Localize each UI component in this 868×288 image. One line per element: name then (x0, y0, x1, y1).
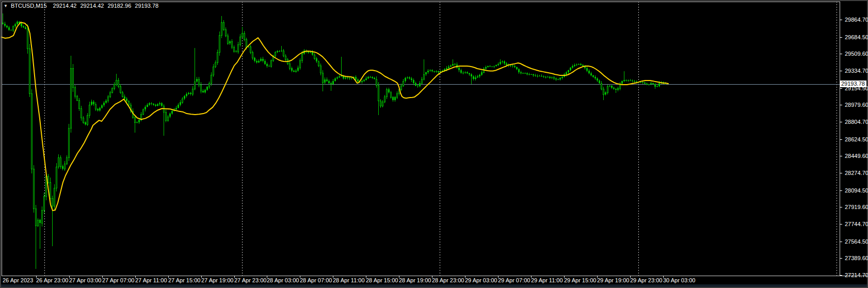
candle-body (299, 60, 300, 68)
candle-body (277, 51, 278, 52)
time-axis-label: 28 Apr 07:00 (300, 277, 332, 283)
candle-body (99, 108, 101, 110)
candle-body (417, 86, 419, 86)
candle-body (246, 39, 247, 47)
candle-body (134, 117, 135, 122)
candle-body (97, 109, 99, 110)
candle-body (151, 103, 152, 104)
candle-body (403, 81, 404, 86)
candle-body (211, 75, 212, 83)
candle-body (582, 65, 584, 66)
candle-body (607, 86, 608, 92)
candle-body (623, 80, 625, 81)
current-price-box: 29193.78 (840, 81, 866, 87)
candle-body (549, 77, 551, 78)
candle-body (56, 167, 57, 188)
candle-body (566, 72, 567, 74)
candle-body (431, 70, 433, 71)
candle-body (590, 73, 592, 75)
candle-body (324, 79, 326, 83)
ohlc-high-value: 29214.42 (81, 3, 104, 9)
candle-body (328, 81, 330, 83)
price-axis-label: 28094.50 (845, 187, 867, 194)
candle-body (17, 22, 18, 24)
ohlc-open-value: 29214.42 (53, 3, 77, 9)
candle-body (308, 52, 309, 53)
candle-body (116, 80, 117, 84)
time-axis-label: 27 Apr 11:00 (135, 277, 167, 283)
candle-body (628, 81, 629, 81)
price-axis-label: 29509.60 (845, 51, 867, 57)
candle-body (330, 83, 332, 84)
candle-body (644, 83, 646, 84)
candle-body (165, 112, 166, 120)
candle-body (200, 85, 201, 91)
candle-body (578, 64, 580, 65)
chart-header: ▼ BTCUSD,M15 29214.42 29214.42 29182.96 … (4, 3, 159, 9)
candle-body (535, 75, 536, 76)
candle-body (448, 67, 449, 68)
candle-body (632, 81, 633, 81)
candle-body (652, 83, 654, 84)
candle-body (656, 86, 658, 87)
price-axis-label: 27744.70 (845, 221, 867, 227)
candle-body (648, 84, 650, 85)
candle-body (291, 68, 293, 71)
candle-body (264, 61, 266, 64)
candle-body (68, 128, 69, 157)
candle-body (217, 52, 218, 62)
time-axis-label: 29 Apr 11:00 (531, 277, 563, 283)
symbol-timeframe-label: BTCUSD,M15 (11, 3, 47, 9)
candle-body (597, 78, 598, 81)
candle-body (83, 118, 84, 122)
candle-body (473, 76, 474, 79)
candle-body (283, 51, 284, 56)
chart-plot-area[interactable] (0, 0, 868, 288)
time-axis-label: 27 Apr 03:00 (69, 277, 101, 283)
candle-body (41, 210, 42, 223)
candle-body (630, 81, 631, 81)
candle-body (275, 52, 276, 56)
candle-body (475, 77, 476, 79)
candle-body (543, 76, 544, 77)
candle-body (650, 83, 652, 84)
candle-body (489, 66, 491, 67)
candle-body (363, 80, 365, 81)
candle-body (636, 82, 637, 82)
candle-body (235, 51, 237, 52)
candle-body (539, 76, 540, 76)
candle-body (72, 68, 73, 87)
candle-body (149, 103, 150, 105)
candle-body (180, 102, 181, 105)
candle-body (93, 102, 94, 104)
candle-body (237, 44, 238, 52)
chart-background (1, 1, 867, 284)
candle-body (654, 84, 656, 87)
candle-body (374, 78, 375, 79)
candle-body (423, 74, 424, 79)
symbol-dropdown-icon[interactable]: ▼ (4, 3, 8, 9)
price-axis-label: 29334.70 (845, 68, 867, 74)
candle-body (155, 105, 156, 106)
candle-body (12, 26, 13, 30)
price-axis-label: 28804.70 (845, 119, 867, 125)
candle-body (411, 78, 412, 80)
candle-body (524, 73, 526, 74)
time-axis-label: 27 Apr 19:00 (201, 277, 233, 283)
candle-body (54, 188, 55, 206)
candle-body (252, 52, 253, 58)
candle-body (617, 88, 619, 90)
candle-body (396, 93, 397, 97)
candle-body (70, 68, 71, 128)
candle-body (206, 87, 208, 90)
mt4-chart-window: ▼ BTCUSD,M15 29214.42 29214.42 29182.96 … (0, 0, 868, 288)
candle-body (66, 157, 67, 164)
candle-body (487, 66, 489, 67)
candle-body (409, 77, 410, 78)
candle-body (365, 78, 367, 80)
candle-body (262, 59, 264, 61)
candle-body (289, 63, 290, 68)
ohlc-close-value: 29193.78 (135, 3, 158, 9)
candle-body (31, 93, 32, 169)
candle-body (533, 74, 534, 75)
